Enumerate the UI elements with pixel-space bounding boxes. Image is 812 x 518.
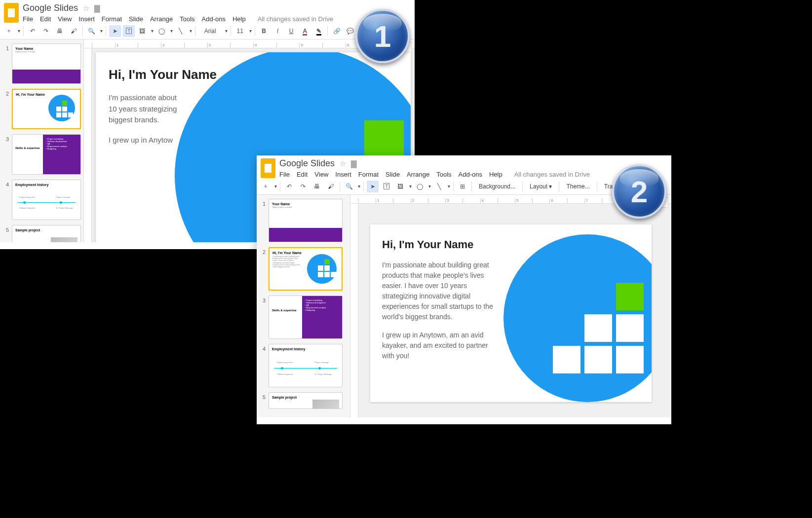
menu-insert[interactable]: Insert [335, 171, 351, 178]
menu-file[interactable]: File [279, 171, 290, 178]
slide-paragraph-2[interactable]: I grew up in Anytown, am an avid kayaker… [382, 330, 496, 361]
image-tool[interactable]: 🖼 [394, 181, 406, 192]
menu-addons[interactable]: Add-ons [459, 171, 482, 178]
slide-paragraph-1[interactable]: I'm passionate about building great prod… [382, 260, 496, 322]
new-slide-button[interactable]: ＋ [260, 181, 271, 192]
thumbnail-2[interactable]: Hi, I'm Your Name I'm passionate about b… [269, 247, 343, 291]
menu-bar: File Edit View Insert Format Slide Arran… [279, 169, 590, 178]
menu-arrange[interactable]: Arrange [150, 15, 173, 23]
star-icon[interactable]: ☆ [83, 4, 89, 13]
folder-icon[interactable]: ▇ [351, 159, 357, 168]
new-slide-button[interactable]: ＋ [3, 25, 15, 37]
document-title[interactable]: Google Slides [279, 158, 335, 169]
document-title[interactable]: Google Slides [23, 3, 78, 13]
italic-button[interactable]: I [272, 25, 284, 37]
new-slide-caret[interactable]: ▾ [18, 28, 20, 34]
slide-panel[interactable]: 1 Your Name Digital project manager 2 Hi… [257, 195, 350, 417]
print-button[interactable]: 🖶 [54, 25, 66, 37]
menu-edit[interactable]: Edit [297, 171, 308, 178]
badge-2: 2 [612, 164, 666, 219]
comment-button[interactable]: 💬 [345, 25, 356, 37]
thumbnail-5[interactable]: Sample project [12, 225, 81, 242]
badge-1: 1 [355, 9, 410, 63]
menu-format[interactable]: Format [102, 15, 122, 23]
google-slides-icon [261, 158, 275, 178]
toolbar: ＋ ▾ ↶ ↷ 🖶 🖌 🔍 ▾ ➤ 🅃 🖼 ▾ ◯ ▾ ╲ ▾ ⊞ Backgr… [257, 178, 671, 195]
line-tool[interactable]: ╲ [433, 181, 445, 192]
title-bar: Google Slides ☆ ▇ File Edit View Insert … [257, 155, 671, 178]
print-button[interactable]: 🖶 [311, 181, 323, 192]
slides-window-2: Google Slides ☆ ▇ File Edit View Insert … [257, 155, 671, 424]
slide-title[interactable]: Hi, I'm Your Name [382, 238, 496, 251]
menu-edit[interactable]: Edit [40, 15, 51, 23]
menu-arrange[interactable]: Arrange [407, 171, 429, 178]
paint-format-button[interactable]: 🖌 [325, 181, 337, 192]
theme-button[interactable]: Theme... [562, 183, 593, 190]
image-tool[interactable]: 🖼 [137, 25, 149, 37]
google-slides-icon [4, 3, 19, 23]
paint-format-button[interactable]: 🖌 [68, 25, 79, 37]
thumbnail-3[interactable]: Skills & expertise • Project scheduling … [12, 134, 81, 175]
menu-slide[interactable]: Slide [129, 15, 143, 23]
slide-canvas[interactable]: Hi, I'm Your Name I'm passionate about b… [370, 224, 652, 402]
vertical-ruler [84, 48, 92, 242]
background-button[interactable]: Background... [475, 183, 519, 190]
menu-view[interactable]: View [58, 15, 72, 23]
menu-insert[interactable]: Insert [78, 15, 95, 23]
redo-button[interactable]: ↷ [297, 181, 309, 192]
menu-bar: File Edit View Insert Format Slide Arran… [23, 13, 333, 23]
thumbnail-1[interactable]: Your Name Digital project manager [269, 199, 343, 242]
slide-panel[interactable]: 1 Your Name Digital project manager 2 Hi… [0, 39, 84, 242]
save-status: All changes saved in Drive [258, 15, 333, 23]
menu-tools[interactable]: Tools [180, 15, 194, 23]
menu-addons[interactable]: Add-ons [202, 15, 226, 23]
thumbnail-1[interactable]: Your Name Digital project manager [12, 43, 81, 84]
shape-tool[interactable]: ◯ [414, 181, 425, 192]
font-select[interactable]: Arial [198, 25, 222, 37]
zoom-button[interactable]: 🔍 [85, 25, 97, 37]
thumbnail-2[interactable]: Hi, I'm Your Name [12, 89, 81, 129]
underline-button[interactable]: U [285, 25, 297, 37]
menu-help[interactable]: Help [232, 15, 246, 23]
save-status: All changes saved in Drive [514, 171, 590, 178]
toolbar: ＋ ▾ ↶ ↷ 🖶 🖌 🔍 ▾ ➤ 🅃 🖼 ▾ ◯ ▾ ╲ ▾ Arial ▾ … [0, 23, 415, 39]
thumbnail-4[interactable]: Employment history Engineering intern Pr… [269, 344, 343, 387]
undo-button[interactable]: ↶ [283, 181, 295, 192]
line-tool[interactable]: ╲ [175, 25, 187, 37]
menu-format[interactable]: Format [358, 171, 379, 178]
title-bar: Google Slides ☆ ▇ File Edit View Insert … [0, 0, 415, 23]
redo-button[interactable]: ↷ [40, 25, 52, 37]
bold-button[interactable]: B [258, 25, 270, 37]
textbox-tool[interactable]: 🅃 [381, 181, 392, 192]
highlight-button[interactable]: ✎ [313, 25, 325, 37]
slide-graphic [503, 234, 652, 402]
zoom-button[interactable]: 🔍 [343, 181, 355, 192]
menu-slide[interactable]: Slide [386, 171, 400, 178]
font-size-select[interactable]: 11 [234, 25, 246, 37]
text-color-button[interactable]: A [299, 25, 311, 37]
thumbnail-5[interactable]: Sample project [269, 392, 343, 409]
canvas-area[interactable]: 123456789 ⌃ Hi, I'm Your Name I'm passio… [350, 195, 671, 417]
thumbnail-4[interactable]: Employment history Engineering intern Pr… [12, 180, 81, 220]
vertical-ruler [350, 204, 358, 417]
menu-file[interactable]: File [23, 15, 33, 23]
thumbnail-3[interactable]: Skills & expertise • Project scheduling … [269, 296, 343, 339]
zoom-caret[interactable]: ▾ [100, 28, 103, 34]
star-icon[interactable]: ☆ [340, 159, 346, 168]
folder-icon[interactable]: ▇ [94, 4, 100, 13]
select-tool[interactable]: ➤ [367, 181, 379, 192]
menu-view[interactable]: View [314, 171, 328, 178]
layout-button[interactable]: Layout ▾ [526, 183, 556, 190]
menu-tools[interactable]: Tools [436, 171, 451, 178]
menu-help[interactable]: Help [489, 171, 503, 178]
undo-button[interactable]: ↶ [27, 25, 39, 37]
select-tool[interactable]: ➤ [109, 25, 121, 37]
comment-button[interactable]: ⊞ [457, 181, 468, 192]
link-button[interactable]: 🔗 [331, 25, 343, 37]
shape-tool[interactable]: ◯ [155, 25, 167, 37]
textbox-tool[interactable]: 🅃 [123, 25, 135, 37]
